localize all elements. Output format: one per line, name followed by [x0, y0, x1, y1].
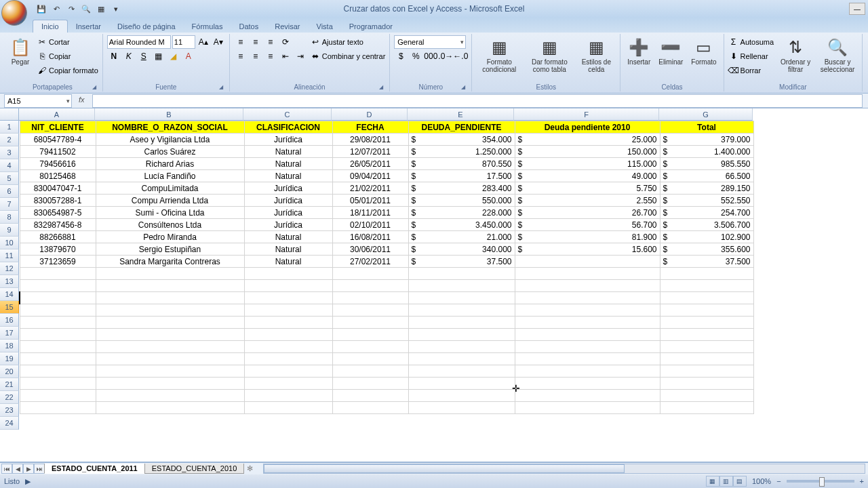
- increase-indent-icon[interactable]: ⇥: [294, 49, 307, 63]
- tab-diseno[interactable]: Diseño de página: [109, 20, 184, 33]
- row-header-22[interactable]: 22: [0, 391, 19, 404]
- redo-icon[interactable]: ↷: [65, 3, 77, 15]
- font-color-button[interactable]: A: [182, 49, 195, 63]
- sheet-nav-last[interactable]: ⏭: [34, 464, 45, 474]
- cortar-button[interactable]: ✂Cortar: [37, 35, 98, 49]
- portapapeles-launcher[interactable]: ◢: [90, 83, 98, 92]
- row-header-7[interactable]: 7: [0, 198, 19, 211]
- font-name-combo[interactable]: [107, 35, 171, 49]
- print-preview-icon[interactable]: 🔍: [80, 3, 92, 15]
- row-header-5[interactable]: 5: [0, 172, 19, 185]
- macros-icon[interactable]: ▶: [25, 477, 31, 486]
- italic-button[interactable]: K: [122, 49, 136, 63]
- col-header-A[interactable]: A: [19, 108, 95, 121]
- row-header-12[interactable]: 12: [0, 262, 19, 275]
- sheet-nav-prev[interactable]: ◀: [12, 464, 23, 474]
- worksheet-grid[interactable]: ABCDEFG 12345678910111213141516171819202…: [0, 108, 868, 462]
- view-pagebreak-icon[interactable]: ▤: [733, 476, 747, 487]
- formula-bar[interactable]: [92, 94, 863, 108]
- row-header-20[interactable]: 20: [0, 365, 19, 378]
- align-left-icon[interactable]: ≡: [234, 49, 248, 63]
- row-header-13[interactable]: 13: [0, 275, 19, 288]
- zoom-out-button[interactable]: −: [776, 477, 781, 485]
- zoom-slider[interactable]: [787, 480, 854, 483]
- col-header-D[interactable]: D: [332, 108, 408, 121]
- rellenar-button[interactable]: ⬇Rellenar: [728, 49, 774, 63]
- currency-icon[interactable]: $: [394, 49, 408, 63]
- undo-icon[interactable]: ↶: [50, 3, 62, 15]
- decrease-decimal-icon[interactable]: ←.0: [454, 49, 467, 63]
- new-icon[interactable]: ▦: [95, 3, 107, 15]
- col-header-F[interactable]: F: [514, 108, 659, 121]
- row-header-14[interactable]: 14: [0, 288, 19, 301]
- col-header-B[interactable]: B: [95, 108, 243, 121]
- align-bottom-icon[interactable]: ≡: [264, 35, 277, 49]
- formato-condicional-button[interactable]: ▦Formato condicional: [476, 35, 522, 80]
- fuente-launcher[interactable]: ◢: [217, 83, 225, 92]
- tab-formulas[interactable]: Fórmulas: [184, 20, 231, 33]
- tab-insertar[interactable]: Insertar: [68, 20, 109, 33]
- row-header-10[interactable]: 10: [0, 237, 19, 249]
- decrease-indent-icon[interactable]: ⇤: [279, 49, 292, 63]
- row-header-1[interactable]: 1: [0, 121, 19, 134]
- dar-formato-tabla-button[interactable]: ▦Dar formato como tabla: [525, 35, 574, 80]
- select-all-corner[interactable]: [0, 108, 19, 121]
- align-right-icon[interactable]: ≡: [264, 49, 277, 63]
- col-header-E[interactable]: E: [408, 108, 514, 121]
- increase-font-icon[interactable]: A▴: [197, 35, 210, 49]
- sheet-tab-2[interactable]: ESTADO_CUENTA_2010: [144, 464, 245, 474]
- fx-icon[interactable]: fx: [79, 96, 90, 106]
- sheet-tab-1[interactable]: ESTADO_CUENTA_2011: [44, 464, 145, 474]
- autosuma-button[interactable]: ΣAutosuma: [728, 35, 774, 49]
- row-headers[interactable]: 123456789101112131415161718192021222324: [0, 121, 19, 430]
- row-header-4[interactable]: 4: [0, 159, 19, 172]
- name-box[interactable]: A15: [4, 94, 72, 108]
- align-top-icon[interactable]: ≡: [234, 35, 248, 49]
- row-header-9[interactable]: 9: [0, 224, 19, 237]
- row-header-21[interactable]: 21: [0, 378, 19, 391]
- align-middle-icon[interactable]: ≡: [249, 35, 262, 49]
- view-normal-icon[interactable]: ▦: [706, 476, 719, 487]
- row-header-3[interactable]: 3: [0, 146, 19, 159]
- bold-button[interactable]: N: [107, 49, 121, 63]
- row-header-24[interactable]: 24: [0, 417, 19, 430]
- border-button[interactable]: ▦: [152, 49, 165, 63]
- combinar-centrar-button[interactable]: ⬌Combinar y centrar: [310, 49, 386, 63]
- percent-icon[interactable]: %: [409, 49, 422, 63]
- cells-table[interactable]: NIT_CLIENTENOMBRE_O_RAZON_SOCIALCLASIFIC…: [19, 121, 754, 414]
- row-header-19[interactable]: 19: [0, 352, 19, 365]
- minimize-button[interactable]: —: [849, 3, 865, 15]
- formato-celda-button[interactable]: ▭Formato: [688, 35, 719, 80]
- pegar-button[interactable]: 📋 Pegar: [7, 35, 34, 80]
- fill-color-button[interactable]: ◢: [167, 49, 180, 63]
- row-header-16[interactable]: 16: [0, 314, 19, 327]
- row-header-2[interactable]: 2: [0, 134, 19, 146]
- row-header-6[interactable]: 6: [0, 185, 19, 198]
- orientation-icon[interactable]: ⟳: [279, 35, 292, 49]
- sheet-nav-next[interactable]: ▶: [23, 464, 34, 474]
- column-headers[interactable]: ABCDEFG: [19, 108, 868, 121]
- row-header-18[interactable]: 18: [0, 340, 19, 352]
- ajustar-texto-button[interactable]: ↩Ajustar texto: [310, 35, 386, 49]
- underline-button[interactable]: S: [137, 49, 151, 63]
- buscar-seleccionar-button[interactable]: 🔍Buscar y seleccionar: [817, 35, 858, 80]
- sheet-add-button[interactable]: ✻: [247, 464, 260, 473]
- sheet-nav-first[interactable]: ⏮: [1, 464, 12, 474]
- hscroll-thumb[interactable]: [264, 464, 624, 473]
- row-header-8[interactable]: 8: [0, 211, 19, 224]
- estilos-celda-button[interactable]: ▦Estilos de celda: [576, 35, 616, 80]
- row-header-17[interactable]: 17: [0, 327, 19, 340]
- increase-decimal-icon[interactable]: .0→: [439, 49, 452, 63]
- borrar-button[interactable]: ⌫Borrar: [728, 64, 774, 77]
- row-header-11[interactable]: 11: [0, 249, 19, 262]
- comma-icon[interactable]: 000: [424, 49, 437, 63]
- number-format-combo[interactable]: General: [394, 35, 466, 49]
- ordenar-filtrar-button[interactable]: ⇅Ordenar y filtrar: [776, 35, 814, 80]
- eliminar-celda-button[interactable]: ➖Eliminar: [656, 35, 686, 80]
- col-header-C[interactable]: C: [243, 108, 332, 121]
- tab-inicio[interactable]: Inicio: [33, 20, 68, 33]
- save-icon[interactable]: 💾: [35, 3, 47, 15]
- col-header-G[interactable]: G: [659, 108, 753, 121]
- zoom-in-button[interactable]: +: [860, 477, 864, 485]
- insertar-celda-button[interactable]: ➕Insertar: [625, 35, 653, 80]
